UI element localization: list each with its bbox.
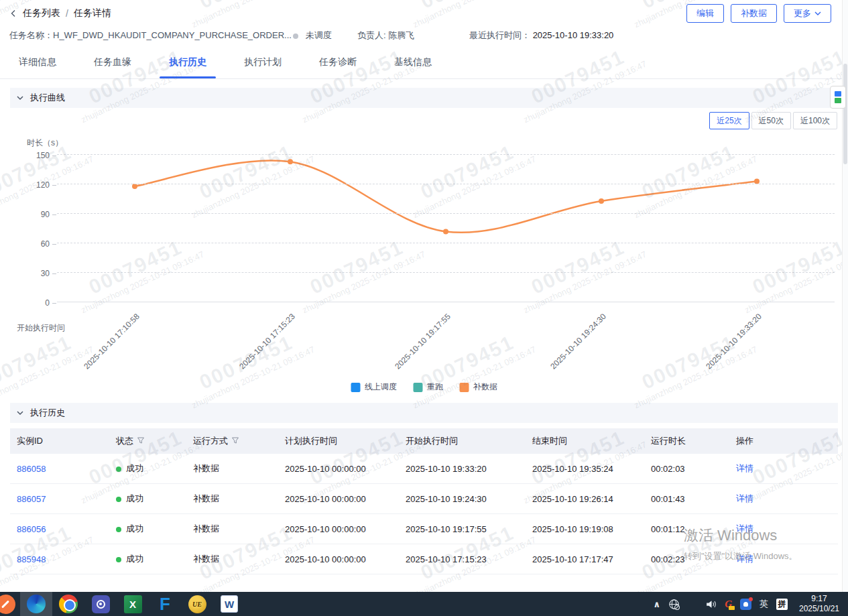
gridline [57,213,835,214]
history-section-header[interactable]: 执行历史 [10,403,838,423]
volume-icon[interactable] [705,599,717,610]
planned-time-cell: 2025-10-10 00:00:00 [285,554,406,564]
run-mode-cell: 补数据 [193,493,285,505]
legend-item[interactable]: 线上调度 [351,381,397,393]
status-cell: 成功 [116,463,193,475]
excel-icon[interactable]: X [117,592,149,616]
ime-language-indicator[interactable]: 英 [760,598,768,610]
success-dot-icon [116,557,121,562]
breadcrumb-task-detail: 任务详情 [74,7,111,19]
success-dot-icon [116,497,121,502]
legend-item[interactable]: 重跑 [413,381,443,393]
gridline [57,184,835,184]
legend-swatch-icon [459,383,469,392]
network-globe-icon[interactable] [668,599,680,610]
x-tick-label: 2025-10-10 19:17:55 [393,312,452,371]
run-mode-cell: 补数据 [193,463,285,475]
owner: 负责人: 陈腾飞 [357,29,414,42]
tray-expand-icon[interactable]: ∧ [654,599,661,609]
tab-baseline-info[interactable]: 基线信息 [394,54,432,78]
date: 2025/10/21 [796,604,843,614]
col-duration: 运行时长 [651,435,736,447]
edit-button[interactable]: 编辑 [686,4,724,23]
duration-cell: 00:02:03 [651,464,736,474]
tab-bar: 详细信息 任务血缘 执行历史 执行计划 任务诊断 基线信息 [0,54,848,79]
range-last25-button[interactable]: 近25次 [709,112,749,129]
windows-input-icon[interactable] [688,599,697,609]
end-time-cell: 2025-10-10 17:17:47 [532,554,651,564]
end-time-cell: 2025-10-10 19:26:14 [532,494,651,504]
backfill-button[interactable]: 补数据 [731,4,777,23]
range-last50-button[interactable]: 近50次 [751,112,791,129]
windows-taskbar: X F UE W ∧ G 英 拼 9:17 2025/10/21 [0,592,848,616]
x-tick-label: 2025-10-10 19:33:20 [704,312,764,371]
tab-task-lineage[interactable]: 任务血缘 [94,54,131,78]
notification-app-icon[interactable] [740,599,751,610]
floating-extension-widget[interactable] [830,86,846,109]
task-info-row: 任务名称：H_WF_DWD_HKAUDIT_COMPANY_PURCHASE_O… [0,27,848,44]
curve-section-header[interactable]: 执行曲线 [10,88,838,108]
chrome-browser-icon[interactable] [52,592,84,616]
foxmail-icon[interactable]: G [725,599,732,610]
last-run-time: 最近执行时间： 2025-10-10 19:33:20 [469,29,613,42]
instance-id-link[interactable]: 886058 [17,464,116,474]
breadcrumb: 任务列表 / 任务详情 [9,7,111,19]
tab-execution-history[interactable]: 执行历史 [169,54,206,78]
pen-app-icon[interactable] [0,592,20,616]
y-tick-label: 120 [36,180,56,190]
tab-task-diagnosis[interactable]: 任务诊断 [319,54,357,78]
x-tick-label: 2025-10-10 17:10:58 [82,312,141,371]
duration-cell: 00:01:43 [651,494,736,504]
success-dot-icon [116,467,121,472]
filter-icon[interactable] [231,436,239,444]
task-name: 任务名称：H_WF_DWD_HKAUDIT_COMPANY_PURCHASE_O… [9,29,292,42]
scrollbar-thumb[interactable] [843,64,847,164]
start-time-cell: 2025-10-10 19:17:55 [406,524,532,534]
col-status: 状态 [116,435,193,447]
instance-id-link[interactable]: 886057 [17,494,116,504]
success-dot-icon [116,527,121,532]
filter-icon[interactable] [137,436,145,444]
col-operation: 操作 [736,435,838,447]
ime-pinyin-indicator[interactable]: 拼 [776,599,788,610]
more-button[interactable]: 更多 [784,4,831,23]
history-section-title: 执行历史 [30,407,65,419]
legend-item[interactable]: 补数据 [459,381,497,393]
taskbar-clock[interactable]: 9:17 2025/10/21 [796,594,843,614]
end-time-cell: 2025-10-10 19:35:24 [532,464,651,474]
start-time-cell: 2025-10-10 19:33:20 [406,464,532,474]
screen: 任务列表 / 任务详情 编辑 补数据 更多 任务名称：H_WF_DWD_HKAU… [0,0,848,616]
instance-id-link[interactable]: 886056 [17,524,116,534]
edge-browser-icon[interactable] [20,592,52,616]
word-icon[interactable]: W [213,592,245,616]
y-axis: 1501209060300 [0,147,56,302]
top-bar: 任务列表 / 任务详情 编辑 补数据 更多 [0,0,848,27]
detail-link[interactable]: 详情 [736,463,838,475]
status-cell: 成功 [116,523,193,535]
instance-id-link[interactable]: 885948 [17,554,116,564]
breadcrumb-separator: / [66,8,68,19]
collapse-chevron-icon [16,94,24,102]
end-time-cell: 2025-10-10 19:19:08 [532,524,651,534]
collapse-chevron-icon [16,409,24,417]
tab-execution-plan[interactable]: 执行计划 [244,54,282,78]
breadcrumb-task-list[interactable]: 任务列表 [23,7,60,19]
y-tick-label: 60 [41,239,56,249]
messenger-app-icon[interactable] [84,592,117,616]
col-end-time: 结束时间 [532,435,651,447]
f-app-icon[interactable]: F [149,592,181,616]
y-tick-label: 90 [41,210,56,219]
gridline [57,272,835,273]
back-icon[interactable] [9,9,17,17]
widget-icon [835,98,841,103]
col-planned-time: 计划执行时间 [285,435,406,447]
ultraedit-icon[interactable]: UE [181,592,213,616]
tab-detail-info[interactable]: 详细信息 [19,54,56,78]
col-run-mode: 运行方式 [193,435,285,447]
y-tick-label: 150 [36,151,56,160]
range-last100-button[interactable]: 近100次 [793,112,837,129]
x-tick-label: 2025-10-10 19:24:30 [548,312,608,371]
detail-link[interactable]: 详情 [736,493,838,505]
chevron-down-icon [814,11,821,16]
x-axis-title: 开始执行时间 [17,322,65,334]
